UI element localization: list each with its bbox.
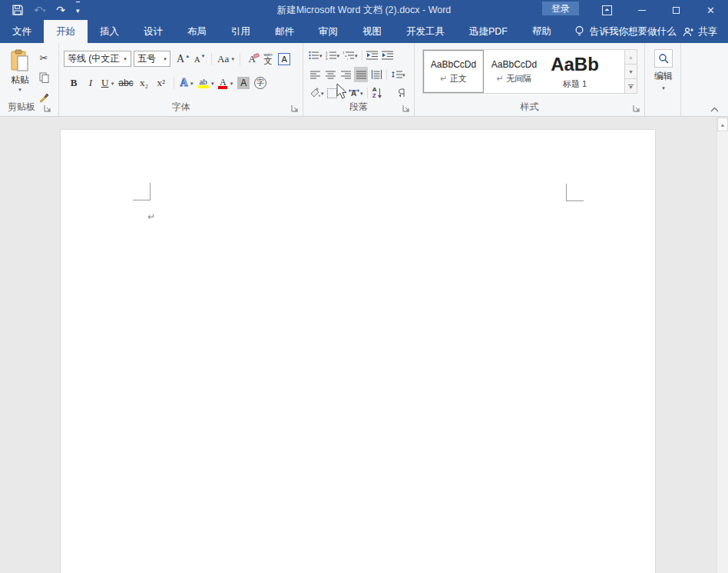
bold-button[interactable]: B (67, 75, 81, 91)
undo-icon[interactable]: ↶▾ (34, 2, 45, 18)
font-size-combobox[interactable]: 五号 ▾ (134, 51, 170, 67)
superscript-button[interactable]: x² (154, 75, 168, 91)
styles-dialog-launcher-icon[interactable] (633, 104, 641, 113)
bullets-button[interactable]: ▾ (308, 48, 323, 63)
align-center-button[interactable] (323, 67, 337, 82)
tell-me-label: 告诉我你想要做什么 (590, 25, 677, 38)
character-border-button[interactable]: A (277, 51, 291, 67)
clipboard-group: 粘贴 ▾ ✂ 剪贴板 (0, 43, 59, 116)
redo-icon[interactable]: ↷ (56, 2, 65, 18)
copy-icon[interactable] (37, 70, 51, 85)
paste-clipboard-icon (10, 49, 30, 72)
increase-indent-button[interactable] (381, 48, 395, 63)
styles-scroll-down-icon[interactable]: ▼ (625, 65, 637, 79)
window-controls: 登录 ✕ (542, 0, 728, 20)
style-normal[interactable]: AaBbCcDd ↵ 正文 (423, 50, 484, 93)
tab-view[interactable]: 视图 (350, 20, 394, 43)
show-hide-marks-button[interactable] (395, 85, 409, 101)
tab-help[interactable]: 帮助 (520, 20, 564, 43)
enclose-characters-button[interactable]: 字 (253, 75, 267, 91)
paste-dropdown-icon[interactable]: ▾ (6, 87, 34, 92)
numbering-button[interactable]: 123 ▾ (325, 48, 341, 63)
editing-label: 编辑 (654, 70, 673, 83)
highlight-color-button[interactable]: ab ▾ (197, 75, 215, 91)
italic-button[interactable]: I (84, 75, 98, 91)
paragraph-dialog-launcher-icon[interactable] (402, 104, 411, 113)
maximize-button[interactable] (659, 0, 693, 20)
tab-references[interactable]: 引用 (219, 20, 263, 43)
font-size-value: 五号 (134, 52, 157, 65)
document-page[interactable]: ↵ (60, 129, 656, 573)
minimize-button[interactable] (624, 0, 659, 20)
phonetic-guide-button[interactable]: wén 文 (261, 51, 275, 67)
styles-gallery-more-icon[interactable]: ▼ (625, 79, 637, 93)
signin-button[interactable]: 登录 (542, 2, 579, 15)
change-case-button[interactable]: Aa ▾ (217, 51, 235, 67)
grow-font-button[interactable]: A▲ (176, 51, 190, 67)
styles-scroll-up-icon[interactable]: ▲ (625, 50, 637, 65)
scroll-up-icon[interactable]: ▲ (717, 118, 728, 131)
share-label: 共享 (698, 25, 717, 38)
share-button[interactable]: 共享 (678, 20, 722, 43)
paste-button[interactable]: 粘贴 ▾ (6, 49, 34, 92)
customize-qat-icon[interactable]: ▾ (76, 2, 80, 18)
word-window: ↶▾ ↷ ▾ 新建Microsoft Word 文档 (2).docx - Wo… (0, 0, 728, 573)
style-heading1[interactable]: AaBb 标题 1 (544, 50, 605, 93)
ribbon-display-options-icon[interactable] (590, 0, 624, 20)
tell-me-box[interactable]: 告诉我你想要做什么 (564, 20, 687, 43)
clipboard-dialog-launcher-icon[interactable] (44, 104, 52, 113)
vertical-scrollbar[interactable]: ▲ (716, 118, 728, 573)
editing-dropdown-icon: ▾ (662, 85, 665, 91)
editing-button[interactable]: 编辑 ▾ (651, 49, 676, 91)
font-dialog-launcher-icon[interactable] (291, 104, 299, 113)
tab-pdf[interactable]: 迅捷PDF (457, 20, 520, 43)
shading-button[interactable]: ▾ (308, 85, 325, 101)
text-boundary-mark-right (566, 184, 584, 201)
collapse-ribbon-icon[interactable] (710, 107, 719, 112)
align-left-button[interactable] (308, 67, 322, 82)
close-button[interactable]: ✕ (693, 0, 728, 20)
align-right-button[interactable] (339, 67, 352, 82)
title-bar: ↶▾ ↷ ▾ 新建Microsoft Word 文档 (2).docx - Wo… (0, 0, 728, 20)
borders-button[interactable]: ▾ (326, 85, 341, 101)
font-name-value: 等线 (中文正文 (65, 52, 120, 65)
save-icon[interactable] (12, 2, 23, 18)
tab-design[interactable]: 设计 (131, 20, 175, 43)
tab-home[interactable]: 开始 (44, 20, 88, 43)
font-name-combobox[interactable]: 等线 (中文正文 ▾ (64, 51, 131, 67)
line-spacing-button[interactable]: ▾ (390, 67, 406, 82)
clear-formatting-button[interactable]: A (245, 51, 259, 67)
style-no-spacing[interactable]: AaBbCcDd ↵ 无间隔 (484, 50, 544, 93)
justify-button[interactable] (354, 67, 368, 82)
paragraph-mark: ↵ (147, 211, 155, 222)
subscript-button[interactable]: x₂ (137, 75, 151, 91)
font-name-dropdown-icon[interactable]: ▾ (120, 56, 130, 62)
distribute-button[interactable] (369, 67, 383, 82)
character-shading-button[interactable]: A (237, 75, 250, 91)
asian-layout-button[interactable]: A ▾ (347, 85, 364, 101)
font-size-dropdown-icon[interactable]: ▾ (160, 56, 170, 62)
ribbon: 粘贴 ▾ ✂ 剪贴板 等线 (中文正文 ▾ (0, 43, 728, 117)
ribbon-tab-row: 文件 开始 插入 设计 布局 引用 邮件 审阅 视图 开发工具 迅捷PDF 帮助… (0, 20, 728, 43)
tab-mailings[interactable]: 邮件 (263, 20, 306, 43)
cut-icon[interactable]: ✂ (37, 50, 51, 65)
shrink-font-button[interactable]: A▼ (193, 51, 207, 67)
svg-text:3: 3 (326, 57, 328, 60)
styles-group-label: 样式 (415, 101, 644, 114)
tab-review[interactable]: 审阅 (306, 20, 350, 43)
styles-group: AaBbCcDd ↵ 正文 AaBbCcDd ↵ 无间隔 AaBb 标题 1 ▲… (415, 43, 645, 116)
sort-button[interactable]: AZ (371, 85, 385, 101)
tab-layout[interactable]: 布局 (175, 20, 219, 43)
document-area: ↵ ▲ (0, 118, 728, 573)
decrease-indent-button[interactable] (366, 48, 379, 63)
font-color-button[interactable]: A ▾ (217, 75, 233, 91)
tab-file[interactable]: 文件 (0, 20, 44, 43)
strikethrough-button[interactable]: abc (117, 75, 134, 91)
tab-developer[interactable]: 开发工具 (394, 20, 457, 43)
multilevel-list-button[interactable]: 1ai ▾ (342, 48, 359, 63)
underline-button[interactable]: U ▾ (101, 75, 114, 91)
font-group: 等线 (中文正文 ▾ 五号 ▾ A▲ A▼ Aa ▾ A wén (59, 43, 303, 116)
tab-insert[interactable]: 插入 (88, 20, 131, 43)
borders-icon (327, 88, 337, 98)
text-effects-button[interactable]: A ▾ (180, 75, 194, 91)
